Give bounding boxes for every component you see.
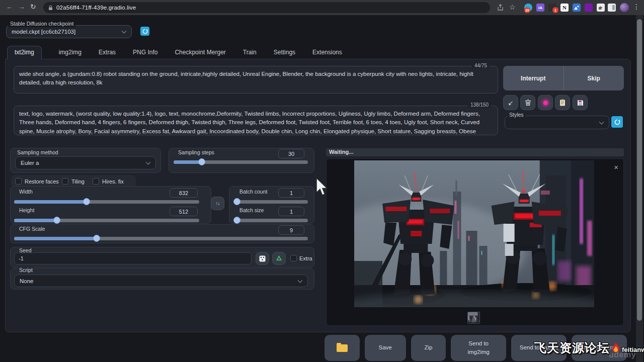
prompt-token-counter: 44/75 [472, 63, 490, 68]
interrupt-button[interactable]: Interrupt [503, 66, 564, 90]
sampling-method-value: Euler a [21, 160, 39, 166]
swap-dimensions-button[interactable]: ↑↓ [211, 197, 224, 210]
forward-icon[interactable]: → [18, 3, 25, 11]
script-dropdown[interactable]: None [14, 275, 308, 287]
tab-extras[interactable]: Extras [99, 49, 116, 56]
skip-button[interactable]: Skip [564, 66, 624, 90]
extra-seed-label: Extra [299, 255, 312, 261]
cfg-scale-label: CFG Scale [17, 226, 47, 232]
batch-count-slider[interactable] [234, 199, 308, 205]
slider-thumb[interactable] [233, 198, 240, 205]
close-icon[interactable]: × [614, 163, 618, 171]
url-text: 02a56ff4-71ff-439e.gradio.live [56, 5, 136, 11]
scrollbar-thumb[interactable] [637, 19, 642, 321]
slider-thumb[interactable] [93, 235, 100, 242]
extra-seed-checkbox[interactable] [290, 255, 297, 261]
send-to-inpaint-button[interactable]: Send to inpaint [511, 335, 567, 361]
dice-icon [259, 255, 266, 262]
random-seed-button[interactable] [256, 252, 269, 265]
sampling-steps-slider[interactable] [174, 159, 308, 165]
sampling-method-dropdown[interactable]: Euler a [15, 156, 156, 169]
trash-icon [525, 99, 531, 106]
restore-faces-checkbox[interactable] [15, 178, 22, 185]
height-input[interactable] [170, 207, 198, 216]
cfg-scale-input[interactable] [278, 225, 304, 235]
sampling-method-label: Sampling method [15, 149, 60, 156]
tab-train[interactable]: Train [243, 49, 257, 56]
extensions-puzzle-icon[interactable] [597, 4, 605, 12]
back-icon[interactable]: ← [6, 3, 13, 11]
tab-extensions[interactable]: Extensions [312, 49, 342, 56]
generated-image[interactable] [354, 160, 594, 307]
send-to-extras-button[interactable]: Send to extras [572, 335, 627, 361]
hires-fix-checkbox[interactable] [93, 178, 99, 185]
extra-networks-button[interactable] [538, 95, 553, 110]
tab-txt2img[interactable]: txt2img [7, 46, 42, 60]
page-scrollbar [636, 15, 643, 362]
extension-notion-icon[interactable]: N [560, 4, 569, 12]
slider-thumb[interactable] [53, 217, 60, 224]
tab-settings[interactable]: Settings [274, 49, 295, 56]
width-label: Width [17, 189, 35, 195]
sampling-steps-input[interactable] [278, 149, 304, 158]
lock-icon [48, 5, 53, 11]
extension-image-icon[interactable] [573, 4, 581, 12]
extension-ia-icon[interactable]: IA [536, 4, 544, 12]
checkpoint-value: model.ckpt [cc6cb27103] [12, 29, 75, 35]
apply-style-button[interactable] [555, 95, 570, 110]
extension-onenote-icon[interactable] [585, 4, 593, 12]
save-style-button[interactable] [573, 95, 588, 110]
swap-arrows-icon: ↑↓ [216, 201, 220, 206]
slider-thumb[interactable] [83, 198, 90, 205]
cfg-scale-slider[interactable] [14, 235, 308, 242]
main-tab-bar: txt2img img2img Extras PNG Info Checkpoi… [7, 45, 342, 59]
refresh-styles-button[interactable] [611, 116, 623, 128]
recycle-icon [276, 255, 282, 262]
width-input[interactable] [170, 188, 198, 198]
share-icon[interactable] [497, 4, 505, 11]
refresh-checkpoint-button[interactable] [140, 27, 149, 36]
tab-img2img[interactable]: img2img [59, 49, 82, 56]
slider-thumb[interactable] [198, 158, 205, 165]
address-bar[interactable]: 02a56ff4-71ff-439e.gradio.live [43, 2, 490, 13]
height-label: Height [17, 207, 36, 214]
prompt-input[interactable]: wide shot angle, a (gundam:0.8) robot st… [14, 66, 498, 94]
seed-input[interactable] [14, 252, 252, 264]
tab-pnginfo[interactable]: PNG Info [133, 49, 157, 56]
negative-prompt-input[interactable]: text, logo, watermark, (worst quality, l… [14, 106, 498, 135]
batch-count-input[interactable] [278, 188, 304, 198]
output-gallery: × [326, 158, 624, 326]
open-folder-button[interactable] [325, 335, 360, 361]
clipboard-icon [559, 99, 566, 106]
slider-thumb[interactable] [233, 217, 240, 224]
refresh-icon [142, 29, 148, 34]
script-value: None [20, 278, 34, 284]
status-text: Waiting... [329, 149, 353, 155]
chevron-down-icon [599, 119, 604, 124]
folder-icon [337, 344, 348, 352]
profile-avatar[interactable] [620, 3, 629, 12]
chat-badge: 1 [552, 7, 558, 13]
height-slider[interactable] [14, 217, 199, 224]
seed-label: Seed [17, 247, 34, 254]
side-panel-icon[interactable] [608, 4, 616, 12]
browser-menu-icon[interactable]: ⋮ [633, 3, 640, 11]
zip-button[interactable]: Zip [411, 335, 446, 361]
negative-prompt-token-counter: 138/150 [468, 102, 491, 108]
paste-params-button[interactable]: ↙ [503, 95, 518, 110]
width-slider[interactable] [14, 199, 199, 205]
reload-icon[interactable]: ↻ [30, 3, 36, 11]
tiling-label: Tiling [71, 178, 85, 185]
save-button[interactable]: Save [365, 335, 406, 361]
tab-checkpoint-merger[interactable]: Checkpoint Merger [175, 49, 225, 56]
batch-count-label: Batch count [237, 189, 269, 195]
chevron-down-icon [146, 160, 151, 165]
clear-prompt-button[interactable] [520, 95, 535, 110]
batch-size-input[interactable] [278, 207, 304, 216]
reuse-seed-button[interactable] [272, 252, 286, 265]
send-to-img2img-button[interactable]: Send to img2img [451, 335, 506, 361]
tiling-checkbox[interactable] [62, 178, 68, 185]
batch-size-slider[interactable] [234, 217, 308, 224]
gallery-thumbnail[interactable] [467, 312, 480, 324]
bookmark-star-icon[interactable]: ☆ [509, 3, 516, 11]
